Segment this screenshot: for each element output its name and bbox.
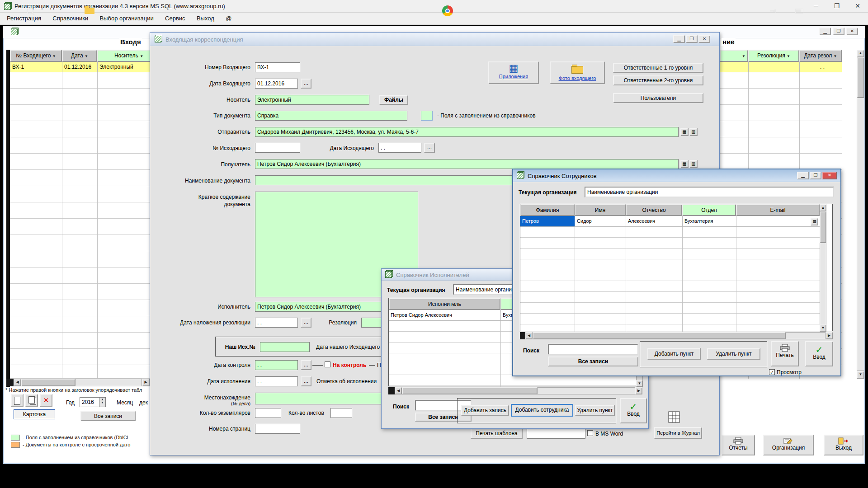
scroll-left-icon[interactable]: ◀ <box>395 387 402 394</box>
delete-item-button-executors[interactable]: Удалить пункт <box>575 405 615 416</box>
scroll-up-icon[interactable]: ▲ <box>820 204 826 211</box>
responsible-level1-button[interactable]: Ответственные 1-го уровня <box>613 63 703 73</box>
month-value[interactable]: дек <box>139 399 148 406</box>
copies-field[interactable] <box>255 408 281 418</box>
attachments-button[interactable]: ▦ Приложения <box>488 61 539 84</box>
receiver-directory-icon[interactable]: ▦ <box>680 160 689 168</box>
incoming-close-button[interactable]: ✕ <box>698 35 710 43</box>
mdi-restore-button[interactable]: ❐ <box>833 28 844 35</box>
employees-v-scrollbar-thumb[interactable] <box>820 211 826 243</box>
scroll-down-icon[interactable]: ▼ <box>857 371 864 379</box>
photo-button[interactable]: Фото входящего <box>550 61 605 84</box>
year-spinner-arrows[interactable]: ▲ ▼ <box>99 397 106 407</box>
spin-up-icon[interactable]: ▲ <box>99 398 105 401</box>
organization-button[interactable]: Организация <box>763 435 814 455</box>
out-date-picker-button[interactable]: ... <box>424 143 435 153</box>
employees-row-lastname[interactable]: Петров <box>520 216 575 227</box>
scroll-down-icon[interactable]: ▼ <box>820 324 826 332</box>
incoming-date-field[interactable]: 01.12.2016 <box>255 79 298 89</box>
exec-date-picker-button[interactable]: ... <box>301 376 311 386</box>
column-header-resolution-date[interactable]: Дата резол ▼ <box>799 50 842 62</box>
preview-checkbox[interactable]: ✓ <box>769 369 775 375</box>
spin-down-icon[interactable]: ▼ <box>99 401 105 404</box>
employees-all-records-button[interactable]: Все записи <box>548 357 638 366</box>
employees-print-button[interactable]: Печать <box>771 341 799 366</box>
employees-row-department[interactable]: Бухгалтерия <box>682 216 736 227</box>
sheets-field[interactable] <box>330 408 352 418</box>
employees-header-lastname[interactable]: Фамилия <box>520 204 575 216</box>
receiver-field[interactable]: Петров Сидор Алексеевич (Бухгалтерия) <box>255 159 679 169</box>
employees-header-middlename[interactable]: Отчество <box>626 204 682 216</box>
resolution-date-field[interactable]: . . <box>255 318 298 328</box>
scroll-left-icon[interactable]: ◀ <box>525 332 533 339</box>
control-date-field[interactable]: . . <box>255 360 298 370</box>
copy-document-button[interactable] <box>25 394 38 407</box>
out-date-field[interactable]: . . <box>378 143 421 153</box>
mdi-minimize-button[interactable]: ▁ <box>819 28 831 35</box>
doctype-field[interactable]: Справка <box>255 111 407 121</box>
v-scrollbar-thumb-main[interactable] <box>857 57 864 98</box>
year-spinner[interactable]: 2016 <box>80 397 99 407</box>
employees-search-field[interactable] <box>548 344 638 355</box>
card-button[interactable]: Карточка <box>14 409 55 419</box>
close-button[interactable]: ✕ <box>847 0 868 12</box>
h-scrollbar-thumb[interactable] <box>21 379 75 386</box>
minimize-button[interactable]: ─ <box>806 0 826 12</box>
employees-minimize-button[interactable]: ▁ <box>797 172 809 179</box>
all-records-button-main[interactable]: Все записи <box>80 411 136 421</box>
responsible-level2-button[interactable]: Ответственные 2-го уровня <box>613 75 703 85</box>
employees-header-email[interactable]: E-mail <box>736 204 820 216</box>
executors-enter-button[interactable]: ✓ Ввод <box>620 398 647 423</box>
template-name-field[interactable] <box>527 428 585 439</box>
sender-field[interactable]: Сидоров Михаил Дмитриевич, 123456, Москв… <box>255 127 679 137</box>
employees-close-button[interactable]: ✕ <box>822 172 837 179</box>
scroll-left-icon[interactable]: ◀ <box>14 379 21 386</box>
employees-dialog-titlebar[interactable]: Справочник Сотрудников ▁ ❐ ✕ <box>513 169 840 182</box>
employees-enter-button[interactable]: ✓ Ввод <box>805 341 833 366</box>
employees-maximize-button[interactable]: ❐ <box>810 172 821 179</box>
row-cell-resolution-date[interactable]: . . <box>799 62 842 72</box>
row-cell-date[interactable]: 01.12.2016 <box>62 62 97 72</box>
scroll-right-icon[interactable]: ▶ <box>142 379 150 386</box>
menu-exit[interactable]: Выход <box>192 13 219 24</box>
carrier-field[interactable]: Электронный <box>255 95 369 105</box>
control-date-picker-button[interactable]: ... <box>301 360 311 370</box>
mdi-close-button[interactable]: ✕ <box>846 28 858 35</box>
employees-org-field[interactable]: Наименование организации <box>585 187 834 197</box>
exit-button[interactable]: Выход <box>824 435 863 455</box>
our-out-field[interactable] <box>260 342 310 352</box>
delete-item-button-employees[interactable]: Удалить пункт <box>707 348 760 360</box>
maximize-button[interactable]: ❐ <box>826 0 847 12</box>
executors-h-scrollbar-thumb[interactable] <box>402 387 538 394</box>
pages-field[interactable] <box>255 424 300 434</box>
employees-row-email[interactable] <box>736 216 820 227</box>
v-scrollbar-track-main[interactable] <box>857 57 864 371</box>
sender-grid-icon[interactable]: ▥ <box>689 128 698 136</box>
delete-document-button[interactable]: ✕ <box>40 394 52 407</box>
employees-row-firstname[interactable]: Сидор <box>575 216 626 227</box>
exec-date-field[interactable]: . . <box>255 376 298 386</box>
print-template-button[interactable]: Печать шаблона <box>471 428 523 439</box>
menu-service[interactable]: Сервис <box>160 13 190 24</box>
reports-button[interactable]: Отчеты <box>722 435 755 455</box>
files-button[interactable]: Файлы <box>379 95 408 105</box>
goto-journal-button[interactable]: Перейти в Журнал <box>654 427 702 439</box>
incoming-number-field[interactable]: ВХ-1 <box>255 62 300 72</box>
menu-directories[interactable]: Справочники <box>47 13 93 24</box>
resolution-date-picker-button[interactable]: ... <box>301 318 311 328</box>
employees-h-scrollbar-thumb[interactable] <box>533 332 786 339</box>
menu-registration[interactable]: Регистрация <box>2 13 46 24</box>
column-header-partial[interactable]: ▼ <box>720 50 748 62</box>
incoming-maximize-button[interactable]: ❐ <box>686 35 698 43</box>
scroll-down-icon[interactable]: ▼ <box>636 380 643 387</box>
sender-directory-icon[interactable]: ▦ <box>680 128 689 136</box>
employees-row-middlename[interactable]: Алексеевич <box>626 216 682 227</box>
users-button[interactable]: Пользователи <box>613 93 703 103</box>
on-control-checkbox[interactable] <box>325 361 330 367</box>
location-field[interactable] <box>255 393 386 404</box>
column-header-incoming-number[interactable]: № Входящего ▼ <box>10 50 62 62</box>
column-header-resolution[interactable]: Резолюция ▼ <box>748 50 799 62</box>
executors-row-name[interactable]: Петров Сидор Алексеевич <box>389 310 500 321</box>
add-record-button[interactable]: Добавить запись <box>461 405 509 416</box>
employees-header-firstname[interactable]: Имя <box>575 204 626 216</box>
